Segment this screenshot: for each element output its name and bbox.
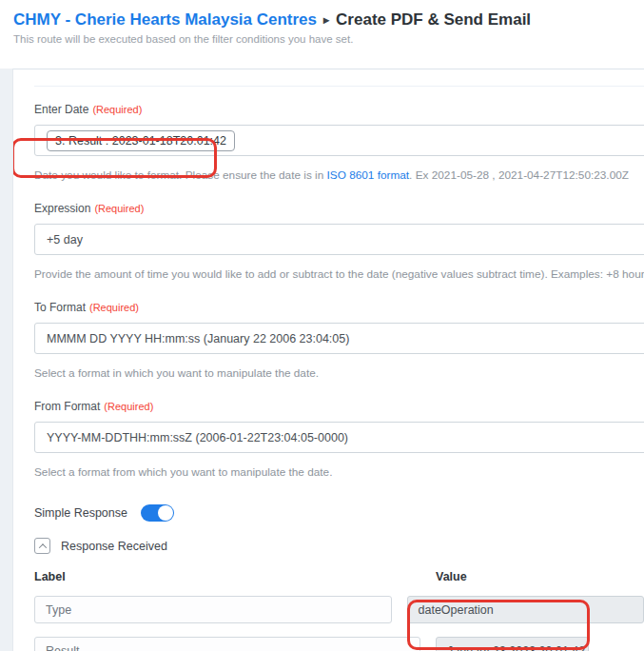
required-badge: (Required): [94, 203, 144, 214]
breadcrumb-separator-icon: ▸: [323, 13, 329, 27]
from-format-help: Select a format from which you want to m…: [34, 465, 644, 479]
required-badge: (Required): [104, 401, 153, 412]
enter-date-help: Date you would like to format. Please en…: [34, 168, 644, 182]
row-type-value: dateOperation: [407, 596, 644, 623]
enter-date-field[interactable]: 3. Result : 2023-01-18T20:01:42: [34, 125, 644, 156]
mapped-value-chip[interactable]: 3. Result : 2023-01-18T20:01:42: [47, 130, 235, 151]
page-subtitle: This route will be executed based on the…: [13, 33, 644, 45]
response-received-label: Response Received: [61, 540, 167, 553]
required-badge: (Required): [89, 302, 139, 313]
card-divider: [34, 86, 644, 87]
table-row: January 23 2023 20:01:42: [34, 637, 644, 651]
breadcrumb-workflow-link[interactable]: CHMY - Cherie Hearts Malaysia Centres: [13, 10, 317, 29]
simple-response-label: Simple Response: [34, 506, 127, 520]
page-title: Create PDF & Send Email: [336, 10, 531, 29]
expression-label: Expression(Required): [34, 202, 644, 215]
to-format-label: To Format(Required): [34, 301, 644, 314]
chevron-up-icon: [38, 543, 46, 551]
collapse-button[interactable]: [34, 538, 50, 554]
required-badge: (Required): [92, 104, 142, 115]
breadcrumb: CHMY - Cherie Hearts Malaysia Centres▸Cr…: [13, 10, 644, 30]
toggle-knob: [158, 505, 173, 521]
column-header-value: Value: [436, 570, 467, 583]
row-type-label-input[interactable]: [34, 596, 392, 623]
page-header: CHMY - Cherie Hearts Malaysia Centres▸Cr…: [0, 0, 644, 69]
from-format-input[interactable]: [34, 422, 644, 453]
page-background: Enter Date(Required) 3. Result : 2023-01…: [0, 69, 644, 651]
enter-date-label: Enter Date(Required): [34, 103, 644, 116]
row-result-value: January 23 2023 20:01:42: [436, 637, 589, 651]
to-format-input[interactable]: [34, 323, 644, 354]
action-step-card: Enter Date(Required) 3. Result : 2023-01…: [12, 69, 644, 651]
expression-input[interactable]: [34, 224, 644, 255]
iso-8601-link[interactable]: ISO 8601 format: [327, 168, 410, 182]
column-header-label: Label: [34, 570, 436, 583]
table-row: dateOperation: [34, 596, 644, 623]
row-result-label-input[interactable]: [34, 637, 420, 651]
to-format-help: Select a format in which you want to man…: [34, 366, 644, 380]
expression-help: Provide the amount of time you would lik…: [34, 267, 644, 281]
from-format-label: From Format(Required): [34, 400, 644, 413]
simple-response-toggle[interactable]: [141, 504, 174, 522]
